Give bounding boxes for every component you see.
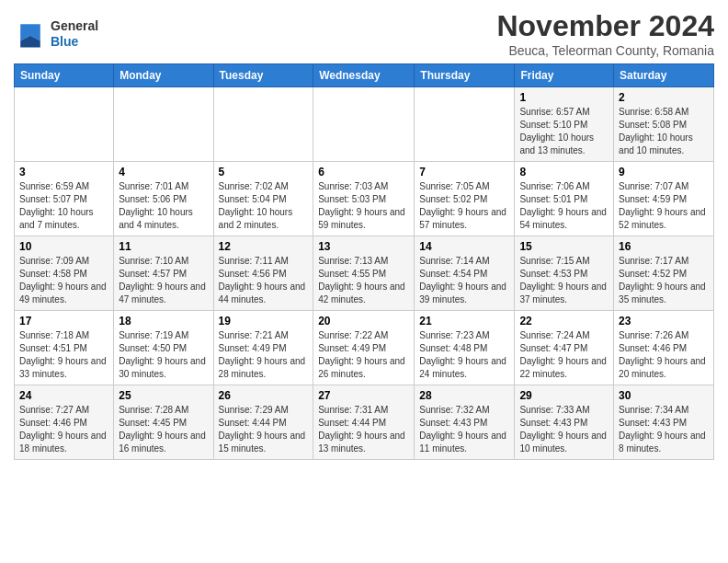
day-number: 23 bbox=[619, 315, 709, 327]
calendar-cell bbox=[114, 87, 213, 162]
header-cell-sunday: Sunday bbox=[15, 64, 114, 87]
calendar-cell: 8Sunrise: 7:06 AM Sunset: 5:01 PM Daylig… bbox=[515, 162, 614, 236]
calendar-cell: 4Sunrise: 7:01 AM Sunset: 5:06 PM Daylig… bbox=[114, 162, 213, 236]
day-detail: Sunrise: 7:22 AM Sunset: 4:49 PM Dayligh… bbox=[318, 329, 409, 381]
day-detail: Sunrise: 7:34 AM Sunset: 4:43 PM Dayligh… bbox=[619, 404, 709, 455]
calendar-body: 1Sunrise: 6:57 AM Sunset: 5:10 PM Daylig… bbox=[15, 87, 714, 460]
week-row-3: 17Sunrise: 7:18 AM Sunset: 4:51 PM Dayli… bbox=[15, 311, 714, 385]
calendar-cell: 15Sunrise: 7:15 AM Sunset: 4:53 PM Dayli… bbox=[515, 236, 614, 311]
week-row-1: 3Sunrise: 6:59 AM Sunset: 5:07 PM Daylig… bbox=[15, 162, 714, 236]
day-number: 15 bbox=[519, 240, 609, 253]
calendar-header: SundayMondayTuesdayWednesdayThursdayFrid… bbox=[15, 64, 714, 87]
header-cell-monday: Monday bbox=[114, 64, 213, 87]
calendar-cell: 27Sunrise: 7:31 AM Sunset: 4:44 PM Dayli… bbox=[313, 385, 415, 460]
calendar-cell: 1Sunrise: 6:57 AM Sunset: 5:10 PM Daylig… bbox=[515, 87, 614, 162]
day-number: 28 bbox=[419, 389, 509, 402]
day-detail: Sunrise: 7:09 AM Sunset: 4:58 PM Dayligh… bbox=[19, 255, 108, 306]
title-block: November 2024 Beuca, Teleorman County, R… bbox=[496, 9, 714, 58]
calendar-cell: 16Sunrise: 7:17 AM Sunset: 4:52 PM Dayli… bbox=[614, 236, 714, 311]
day-number: 2 bbox=[619, 91, 709, 104]
header-cell-tuesday: Tuesday bbox=[213, 64, 313, 87]
calendar-cell: 19Sunrise: 7:21 AM Sunset: 4:49 PM Dayli… bbox=[213, 311, 313, 385]
day-detail: Sunrise: 6:58 AM Sunset: 5:08 PM Dayligh… bbox=[619, 106, 709, 157]
calendar-cell: 13Sunrise: 7:13 AM Sunset: 4:55 PM Dayli… bbox=[313, 236, 415, 311]
page-header: General Blue November 2024 Beuca, Teleor… bbox=[14, 9, 714, 58]
day-number: 18 bbox=[119, 315, 208, 327]
header-cell-thursday: Thursday bbox=[415, 64, 515, 87]
location-subtitle: Beuca, Teleorman County, Romania bbox=[496, 43, 714, 58]
day-detail: Sunrise: 7:03 AM Sunset: 5:03 PM Dayligh… bbox=[318, 180, 409, 232]
day-number: 9 bbox=[619, 166, 709, 178]
calendar-cell: 2Sunrise: 6:58 AM Sunset: 5:08 PM Daylig… bbox=[614, 87, 714, 162]
calendar-cell: 22Sunrise: 7:24 AM Sunset: 4:47 PM Dayli… bbox=[515, 311, 614, 385]
day-number: 11 bbox=[119, 240, 208, 253]
day-detail: Sunrise: 7:23 AM Sunset: 4:48 PM Dayligh… bbox=[419, 329, 509, 381]
day-detail: Sunrise: 7:06 AM Sunset: 5:01 PM Dayligh… bbox=[519, 180, 609, 232]
calendar-cell: 17Sunrise: 7:18 AM Sunset: 4:51 PM Dayli… bbox=[15, 311, 114, 385]
day-number: 12 bbox=[219, 240, 309, 253]
calendar-cell: 7Sunrise: 7:05 AM Sunset: 5:02 PM Daylig… bbox=[415, 162, 515, 236]
header-cell-wednesday: Wednesday bbox=[313, 64, 415, 87]
calendar-cell: 28Sunrise: 7:32 AM Sunset: 4:43 PM Dayli… bbox=[415, 385, 515, 460]
calendar-cell: 5Sunrise: 7:02 AM Sunset: 5:04 PM Daylig… bbox=[213, 162, 313, 236]
day-detail: Sunrise: 7:18 AM Sunset: 4:51 PM Dayligh… bbox=[19, 329, 108, 381]
day-detail: Sunrise: 7:11 AM Sunset: 4:56 PM Dayligh… bbox=[219, 255, 309, 306]
day-detail: Sunrise: 7:02 AM Sunset: 5:04 PM Dayligh… bbox=[219, 180, 309, 232]
calendar-cell bbox=[15, 87, 114, 162]
day-number: 17 bbox=[19, 315, 108, 327]
calendar-cell: 18Sunrise: 7:19 AM Sunset: 4:50 PM Dayli… bbox=[114, 311, 213, 385]
calendar-cell: 14Sunrise: 7:14 AM Sunset: 4:54 PM Dayli… bbox=[415, 236, 515, 311]
header-cell-friday: Friday bbox=[515, 64, 614, 87]
day-number: 22 bbox=[519, 315, 609, 327]
header-cell-saturday: Saturday bbox=[614, 64, 714, 87]
calendar-table: SundayMondayTuesdayWednesdayThursdayFrid… bbox=[14, 63, 714, 460]
day-detail: Sunrise: 7:05 AM Sunset: 5:02 PM Dayligh… bbox=[419, 180, 509, 232]
day-number: 7 bbox=[419, 166, 509, 178]
day-detail: Sunrise: 7:28 AM Sunset: 4:45 PM Dayligh… bbox=[119, 404, 208, 455]
logo-line2: Blue bbox=[51, 34, 98, 50]
day-number: 24 bbox=[19, 389, 108, 402]
day-detail: Sunrise: 7:33 AM Sunset: 4:43 PM Dayligh… bbox=[519, 404, 609, 455]
month-title: November 2024 bbox=[496, 9, 714, 43]
logo-text: General Blue bbox=[51, 18, 98, 50]
calendar-cell bbox=[313, 87, 415, 162]
day-detail: Sunrise: 7:07 AM Sunset: 4:59 PM Dayligh… bbox=[619, 180, 709, 232]
day-number: 3 bbox=[19, 166, 108, 178]
day-detail: Sunrise: 6:57 AM Sunset: 5:10 PM Dayligh… bbox=[519, 106, 609, 157]
day-detail: Sunrise: 7:17 AM Sunset: 4:52 PM Dayligh… bbox=[619, 255, 709, 306]
logo-line1: General bbox=[51, 18, 98, 34]
day-number: 10 bbox=[19, 240, 108, 253]
logo: General Blue bbox=[14, 17, 98, 51]
day-detail: Sunrise: 7:21 AM Sunset: 4:49 PM Dayligh… bbox=[219, 329, 309, 381]
calendar-cell: 10Sunrise: 7:09 AM Sunset: 4:58 PM Dayli… bbox=[15, 236, 114, 311]
calendar-cell: 21Sunrise: 7:23 AM Sunset: 4:48 PM Dayli… bbox=[415, 311, 515, 385]
day-detail: Sunrise: 6:59 AM Sunset: 5:07 PM Dayligh… bbox=[19, 180, 108, 232]
day-detail: Sunrise: 7:31 AM Sunset: 4:44 PM Dayligh… bbox=[318, 404, 409, 455]
day-detail: Sunrise: 7:32 AM Sunset: 4:43 PM Dayligh… bbox=[419, 404, 509, 455]
day-detail: Sunrise: 7:26 AM Sunset: 4:46 PM Dayligh… bbox=[619, 329, 709, 381]
day-detail: Sunrise: 7:24 AM Sunset: 4:47 PM Dayligh… bbox=[519, 329, 609, 381]
day-number: 14 bbox=[419, 240, 509, 253]
day-number: 19 bbox=[219, 315, 309, 327]
day-number: 30 bbox=[619, 389, 709, 402]
calendar-cell: 29Sunrise: 7:33 AM Sunset: 4:43 PM Dayli… bbox=[515, 385, 614, 460]
day-detail: Sunrise: 7:10 AM Sunset: 4:57 PM Dayligh… bbox=[119, 255, 208, 306]
day-number: 25 bbox=[119, 389, 208, 402]
calendar-cell: 20Sunrise: 7:22 AM Sunset: 4:49 PM Dayli… bbox=[313, 311, 415, 385]
day-number: 21 bbox=[419, 315, 509, 327]
logo-icon bbox=[14, 17, 47, 51]
calendar-cell: 9Sunrise: 7:07 AM Sunset: 4:59 PM Daylig… bbox=[614, 162, 714, 236]
calendar-cell: 30Sunrise: 7:34 AM Sunset: 4:43 PM Dayli… bbox=[614, 385, 714, 460]
day-detail: Sunrise: 7:13 AM Sunset: 4:55 PM Dayligh… bbox=[318, 255, 409, 306]
day-detail: Sunrise: 7:01 AM Sunset: 5:06 PM Dayligh… bbox=[119, 180, 208, 232]
calendar-cell: 25Sunrise: 7:28 AM Sunset: 4:45 PM Dayli… bbox=[114, 385, 213, 460]
calendar-cell: 26Sunrise: 7:29 AM Sunset: 4:44 PM Dayli… bbox=[213, 385, 313, 460]
calendar-cell: 12Sunrise: 7:11 AM Sunset: 4:56 PM Dayli… bbox=[213, 236, 313, 311]
week-row-4: 24Sunrise: 7:27 AM Sunset: 4:46 PM Dayli… bbox=[15, 385, 714, 460]
day-number: 4 bbox=[119, 166, 208, 178]
calendar-cell: 11Sunrise: 7:10 AM Sunset: 4:57 PM Dayli… bbox=[114, 236, 213, 311]
day-number: 29 bbox=[519, 389, 609, 402]
week-row-0: 1Sunrise: 6:57 AM Sunset: 5:10 PM Daylig… bbox=[15, 87, 714, 162]
calendar-cell bbox=[213, 87, 313, 162]
day-detail: Sunrise: 7:27 AM Sunset: 4:46 PM Dayligh… bbox=[19, 404, 108, 455]
